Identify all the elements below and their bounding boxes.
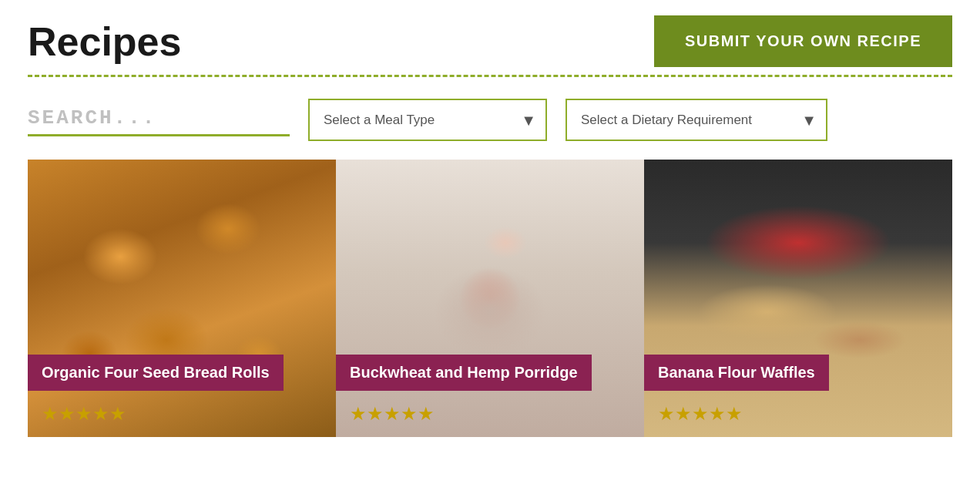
recipe-card[interactable]: Banana Flour Waffles★★★★★ <box>644 160 952 437</box>
star-filled: ★ <box>384 403 401 424</box>
search-wrapper <box>28 103 290 136</box>
star-filled: ★ <box>401 403 418 424</box>
recipe-title: Organic Four Seed Bread Rolls <box>42 364 270 381</box>
recipe-image-0 <box>28 160 336 437</box>
star-filled: ★ <box>350 403 367 424</box>
star-filled: ★ <box>692 403 709 424</box>
star-filled: ★ <box>92 403 109 424</box>
star-filled: ★ <box>675 403 692 424</box>
recipe-stars: ★★★★★ <box>350 403 435 425</box>
star-filled: ★ <box>42 403 59 424</box>
star-filled: ★ <box>726 403 743 424</box>
recipe-title-banner: Organic Four Seed Bread Rolls <box>28 355 284 391</box>
page-title: Recipes <box>28 18 181 65</box>
recipe-overlay: Banana Flour Waffles <box>644 355 952 391</box>
recipe-title: Banana Flour Waffles <box>658 364 815 381</box>
recipe-title-banner: Banana Flour Waffles <box>644 355 829 391</box>
star-filled: ★ <box>59 403 76 424</box>
recipe-card[interactable]: Organic Four Seed Bread Rolls★★★★★ <box>28 160 336 437</box>
star-filled: ★ <box>76 403 92 424</box>
recipe-stars: ★★★★★ <box>42 403 126 425</box>
recipe-image-1 <box>336 160 644 437</box>
recipe-card[interactable]: Buckwheat and Hemp Porridge★★★★★ <box>336 160 644 437</box>
dietary-requirement-select[interactable]: Select a Dietary RequirementVeganVegetar… <box>566 99 827 141</box>
search-input[interactable] <box>28 103 290 136</box>
recipe-overlay: Organic Four Seed Bread Rolls <box>28 355 336 391</box>
star-filled: ★ <box>658 403 675 424</box>
recipe-overlay: Buckwheat and Hemp Porridge <box>336 355 644 391</box>
submit-recipe-button[interactable]: SUBMIT YOUR OWN RECIPE <box>654 15 952 67</box>
star-filled: ★ <box>367 403 384 424</box>
recipe-image-2 <box>644 160 952 437</box>
recipe-title-banner: Buckwheat and Hemp Porridge <box>336 355 592 391</box>
page-header: Recipes SUBMIT YOUR OWN RECIPE <box>0 0 980 75</box>
recipe-grid: Organic Four Seed Bread Rolls★★★★★Buckwh… <box>0 160 980 437</box>
meal-type-dropdown-wrapper: Select a Meal TypeBreakfastLunchDinnerSn… <box>308 99 547 141</box>
recipe-stars: ★★★★★ <box>658 403 743 425</box>
meal-type-select[interactable]: Select a Meal TypeBreakfastLunchDinnerSn… <box>308 99 547 141</box>
star-filled: ★ <box>709 403 726 424</box>
star-filled: ★ <box>418 403 435 424</box>
dietary-requirement-dropdown-wrapper: Select a Dietary RequirementVeganVegetar… <box>566 99 827 141</box>
recipe-title: Buckwheat and Hemp Porridge <box>350 364 578 381</box>
filter-bar: Select a Meal TypeBreakfastLunchDinnerSn… <box>0 77 980 160</box>
star-filled: ★ <box>109 403 126 424</box>
